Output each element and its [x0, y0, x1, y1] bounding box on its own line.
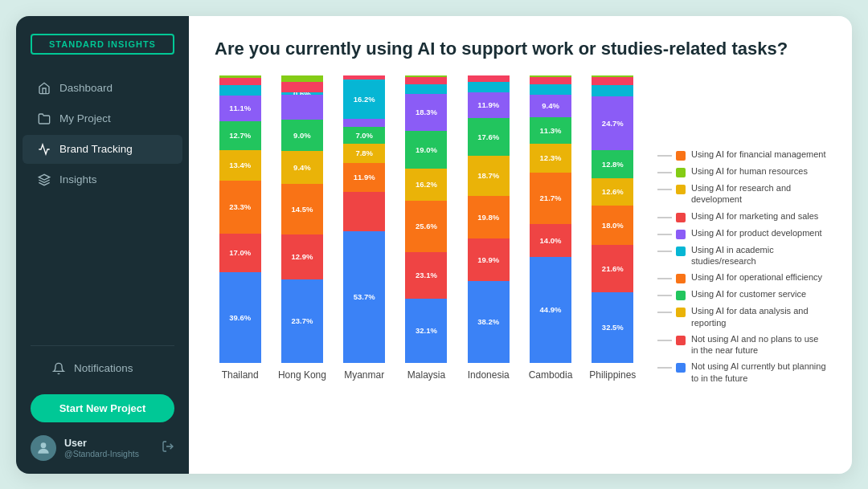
legend-color-9 — [676, 336, 686, 345]
bar-col-philippines: 32.5%21.6%18.0%12.6%12.8%24.7%Philippine… — [588, 75, 638, 381]
svg-marker-0 — [39, 174, 49, 180]
nav-label-my-project: My Project — [59, 112, 111, 124]
legend-label-9: Not using AI and no plans to use in the … — [691, 333, 826, 357]
bar-segment-4-5: 11.9% — [468, 92, 510, 118]
bar-segment-5-3: 12.3% — [530, 144, 571, 173]
bar-segment-0-0: 39.6% — [219, 272, 261, 363]
bar-x-label-0: Thailand — [222, 369, 259, 381]
bar-col-cambodia: 44.9%14.0%21.7%12.3%11.3%9.4%Cambodia — [525, 75, 575, 381]
avatar — [31, 435, 56, 461]
bar-segment-3-7 — [405, 77, 447, 84]
bar-segment-6-6 — [592, 85, 633, 96]
bar-segment-3-4: 19.0% — [405, 131, 447, 169]
legend-color-10 — [676, 363, 686, 373]
sidebar-bottom: Start New Project User @Standard-Insight… — [16, 394, 189, 461]
bar-x-label-3: Malaysia — [407, 369, 445, 381]
bar-segment-3-2: 25.6% — [405, 201, 447, 252]
bar-segment-2-5 — [343, 119, 385, 127]
bar-segment-4-0: 38.2% — [468, 281, 510, 363]
legend-label-3: Using AI for marketing and sales — [691, 210, 818, 222]
legend-color-8 — [676, 308, 686, 317]
sidebar-divider — [31, 345, 174, 346]
bar-segment-0-1: 17.0% — [219, 234, 261, 272]
bar-segment-5-2: 21.7% — [530, 173, 571, 224]
bar-col-thailand: 39.6%17.0%23.3%13.4%12.7%11.1%Thailand — [215, 75, 265, 381]
legend-color-4 — [676, 230, 686, 239]
legend-color-7 — [676, 291, 686, 300]
bar-segment-3-6 — [405, 84, 447, 94]
user-name: User — [64, 438, 154, 449]
bar-col-malaysia: 32.1%23.1%25.6%16.2%19.0%18.3%Malaysia — [401, 75, 452, 381]
bar-segment-6-3: 12.6% — [592, 178, 633, 206]
sidebar-item-insights[interactable]: Insights — [23, 165, 182, 194]
bar-segment-0-6 — [219, 85, 261, 96]
bar-col-hong-kong: 23.7%12.9%14.5%9.4%9.0%0.6%Hong Kong — [276, 75, 327, 381]
sidebar-item-brand-tracking[interactable]: Brand Tracking — [23, 135, 182, 164]
legend-line-4 — [657, 234, 672, 235]
app-container: STANDARD INSIGHTS Dashboard My Project B… — [16, 16, 852, 474]
start-new-button[interactable]: Start New Project — [31, 394, 174, 422]
legend-line-9 — [657, 340, 672, 341]
sidebar-item-notifications[interactable]: Notifications — [37, 354, 168, 383]
bar-segment-2-1 — [343, 192, 385, 231]
bar-x-label-2: Myanmar — [344, 369, 384, 381]
bar-segment-6-1: 21.6% — [592, 245, 633, 292]
nav-label-insights: Insights — [59, 173, 97, 185]
legend-line-2 — [657, 189, 672, 190]
chart-icon — [37, 142, 51, 157]
legend-line-5 — [657, 251, 672, 252]
legend-item-3: Using AI for marketing and sales — [657, 210, 826, 222]
legend-color-5 — [676, 247, 686, 256]
legend-line-6 — [657, 278, 672, 279]
legend-line-0 — [657, 155, 672, 157]
home-icon — [37, 81, 51, 96]
bar-segment-2-6: 16.2% — [343, 79, 385, 119]
stacked-bar-0: 39.6%17.0%23.3%13.4%12.7%11.1% — [219, 75, 261, 363]
bar-segment-5-4: 11.3% — [530, 117, 571, 144]
legend-color-2 — [676, 185, 686, 194]
bar-segment-2-4: 7.0% — [343, 127, 385, 144]
stacked-bar-1: 23.7%12.9%14.5%9.4%9.0%0.6% — [281, 75, 323, 363]
bar-segment-5-5: 9.4% — [530, 95, 571, 117]
legend-line-3 — [657, 217, 672, 218]
bar-segment-4-7 — [468, 75, 510, 82]
legend-label-8: Using AI for data analysis and reporting — [691, 305, 826, 328]
bar-x-label-1: Hong Kong — [278, 369, 326, 381]
bar-segment-6-7 — [592, 77, 633, 85]
bell-icon — [51, 361, 66, 376]
bar-segment-4-2: 19.8% — [468, 196, 510, 238]
bar-segment-4-1: 19.9% — [468, 238, 510, 281]
main-content: Are you currently using AI to support wo… — [189, 16, 852, 474]
legend-line-1 — [657, 172, 672, 173]
legend-label-5: Using AI in academic studies/research — [691, 244, 826, 267]
bar-segment-1-4: 9.0% — [281, 120, 323, 151]
bar-segment-1-2: 14.5% — [281, 184, 323, 234]
legend-item-0: Using AI for financial management — [657, 149, 826, 161]
bar-segment-0-4: 12.7% — [219, 121, 261, 150]
legend-label-4: Using AI for product development — [691, 227, 822, 238]
legend-item-7: Using AI for customer service — [657, 288, 826, 300]
folder-icon — [37, 112, 51, 126]
legend-color-1 — [676, 168, 686, 177]
notifications-label: Notifications — [74, 362, 133, 374]
legend-color-0 — [676, 151, 686, 161]
stacked-bar-5: 44.9%14.0%21.7%12.3%11.3%9.4% — [530, 75, 571, 363]
bar-col-indonesia: 38.2%19.9%19.8%18.7%17.6%11.9%Indonesia — [463, 75, 514, 381]
bar-x-label-4: Indonesia — [468, 369, 510, 381]
bar-segment-0-7 — [219, 78, 261, 85]
bar-segment-4-3: 18.7% — [468, 156, 510, 196]
legend-item-1: Using AI for human resources — [657, 165, 826, 177]
sidebar-item-my-project[interactable]: My Project — [23, 104, 182, 133]
bars-row: 39.6%17.0%23.3%13.4%12.7%11.1%Thailand23… — [215, 75, 638, 381]
bar-segment-1-1: 12.9% — [281, 234, 323, 279]
legend-line-10 — [657, 367, 672, 369]
chart-wrap: 39.6%17.0%23.3%13.4%12.7%11.1%Thailand23… — [215, 75, 638, 458]
bar-segment-1-5 — [281, 95, 323, 120]
bar-segment-2-0: 53.7% — [343, 231, 385, 363]
sidebar-item-dashboard[interactable]: Dashboard — [23, 74, 182, 103]
legend-label-7: Using AI for customer service — [691, 288, 806, 300]
bar-x-label-5: Cambodia — [529, 369, 573, 381]
legend-label-2: Using AI for research and development — [691, 182, 826, 206]
logout-icon[interactable] — [162, 440, 174, 456]
bar-segment-1-0: 23.7% — [281, 279, 323, 363]
